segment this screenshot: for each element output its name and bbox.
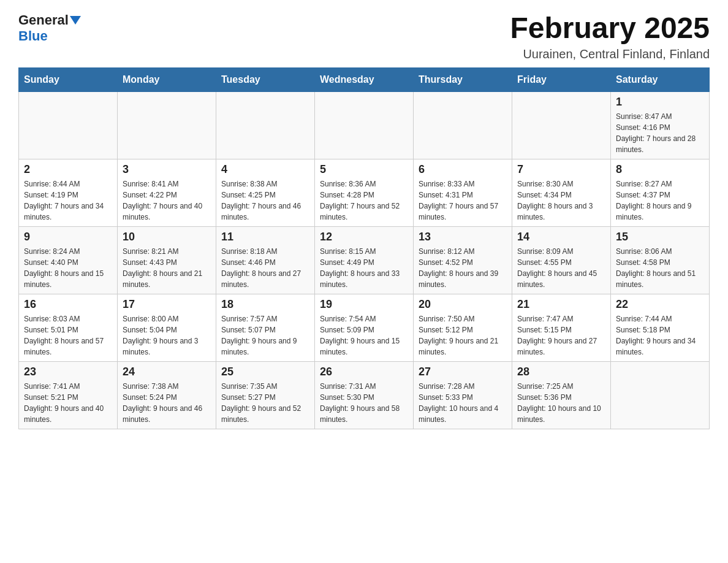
day-info: Sunrise: 8:30 AMSunset: 4:34 PMDaylight:… (517, 178, 605, 223)
day-number: 26 (320, 366, 408, 378)
day-info: Sunrise: 7:44 AMSunset: 5:18 PMDaylight:… (616, 313, 704, 358)
table-row: 5Sunrise: 8:36 AMSunset: 4:28 PMDaylight… (315, 159, 414, 226)
day-number: 8 (616, 163, 704, 176)
table-row: 15Sunrise: 8:06 AMSunset: 4:58 PMDayligh… (611, 226, 710, 294)
day-number: 1 (616, 96, 704, 109)
location-subtitle: Uurainen, Central Finland, Finland (510, 47, 710, 61)
day-info: Sunrise: 7:38 AMSunset: 5:24 PMDaylight:… (123, 381, 211, 425)
day-number: 12 (320, 231, 408, 243)
table-row: 17Sunrise: 8:00 AMSunset: 5:04 PMDayligh… (118, 294, 216, 361)
table-row: 6Sunrise: 8:33 AMSunset: 4:31 PMDaylight… (414, 159, 512, 226)
header-wednesday: Wednesday (315, 67, 414, 91)
day-info: Sunrise: 8:15 AMSunset: 4:49 PMDaylight:… (320, 246, 408, 290)
table-row: 19Sunrise: 7:54 AMSunset: 5:09 PMDayligh… (315, 294, 414, 361)
day-info: Sunrise: 7:41 AMSunset: 5:21 PMDaylight:… (24, 381, 112, 425)
day-number: 2 (24, 163, 112, 176)
day-info: Sunrise: 8:38 AMSunset: 4:25 PMDaylight:… (221, 178, 309, 223)
header-friday: Friday (512, 67, 611, 91)
day-number: 11 (221, 231, 309, 243)
day-number: 7 (517, 163, 605, 176)
day-info: Sunrise: 7:50 AMSunset: 5:12 PMDaylight:… (419, 313, 507, 358)
table-row (118, 91, 216, 159)
day-number: 25 (221, 366, 309, 378)
table-row: 11Sunrise: 8:18 AMSunset: 4:46 PMDayligh… (216, 226, 315, 294)
page-header: General Blue February 2025 Uurainen, Cen… (18, 12, 710, 61)
table-row: 26Sunrise: 7:31 AMSunset: 5:30 PMDayligh… (315, 361, 414, 429)
title-section: February 2025 Uurainen, Central Finland,… (510, 12, 710, 61)
day-info: Sunrise: 8:24 AMSunset: 4:40 PMDaylight:… (24, 246, 112, 290)
day-info: Sunrise: 7:25 AMSunset: 5:36 PMDaylight:… (517, 381, 605, 425)
day-info: Sunrise: 7:28 AMSunset: 5:33 PMDaylight:… (419, 381, 507, 425)
day-number: 28 (517, 366, 605, 378)
header-thursday: Thursday (414, 67, 512, 91)
day-number: 18 (221, 298, 309, 311)
table-row: 16Sunrise: 8:03 AMSunset: 5:01 PMDayligh… (19, 294, 118, 361)
day-number: 22 (616, 298, 704, 311)
weekday-header-row: Sunday Monday Tuesday Wednesday Thursday… (19, 67, 710, 91)
table-row: 24Sunrise: 7:38 AMSunset: 5:24 PMDayligh… (118, 361, 216, 429)
day-number: 19 (320, 298, 408, 311)
day-info: Sunrise: 8:00 AMSunset: 5:04 PMDaylight:… (123, 313, 211, 358)
day-number: 10 (123, 231, 211, 243)
table-row: 1Sunrise: 8:47 AMSunset: 4:16 PMDaylight… (611, 91, 710, 159)
table-row: 2Sunrise: 8:44 AMSunset: 4:19 PMDaylight… (19, 159, 118, 226)
day-number: 5 (320, 163, 408, 176)
table-row: 7Sunrise: 8:30 AMSunset: 4:34 PMDaylight… (512, 159, 611, 226)
day-number: 13 (419, 231, 507, 243)
header-monday: Monday (118, 67, 216, 91)
table-row: 12Sunrise: 8:15 AMSunset: 4:49 PMDayligh… (315, 226, 414, 294)
day-info: Sunrise: 8:36 AMSunset: 4:28 PMDaylight:… (320, 178, 408, 223)
day-number: 21 (517, 298, 605, 311)
day-number: 27 (419, 366, 507, 378)
day-number: 3 (123, 163, 211, 176)
table-row (19, 91, 118, 159)
day-info: Sunrise: 7:54 AMSunset: 5:09 PMDaylight:… (320, 313, 408, 358)
day-number: 15 (616, 231, 704, 243)
day-info: Sunrise: 7:31 AMSunset: 5:30 PMDaylight:… (320, 381, 408, 425)
day-number: 23 (24, 366, 112, 378)
day-info: Sunrise: 8:18 AMSunset: 4:46 PMDaylight:… (221, 246, 309, 290)
table-row: 10Sunrise: 8:21 AMSunset: 4:43 PMDayligh… (118, 226, 216, 294)
week-row-1: 1Sunrise: 8:47 AMSunset: 4:16 PMDaylight… (19, 91, 710, 159)
table-row: 22Sunrise: 7:44 AMSunset: 5:18 PMDayligh… (611, 294, 710, 361)
table-row (611, 361, 710, 429)
table-row: 18Sunrise: 7:57 AMSunset: 5:07 PMDayligh… (216, 294, 315, 361)
day-info: Sunrise: 8:41 AMSunset: 4:22 PMDaylight:… (123, 178, 211, 223)
table-row: 3Sunrise: 8:41 AMSunset: 4:22 PMDaylight… (118, 159, 216, 226)
day-info: Sunrise: 8:33 AMSunset: 4:31 PMDaylight:… (419, 178, 507, 223)
day-number: 6 (419, 163, 507, 176)
day-info: Sunrise: 7:35 AMSunset: 5:27 PMDaylight:… (221, 381, 309, 425)
day-info: Sunrise: 8:09 AMSunset: 4:55 PMDaylight:… (517, 246, 605, 290)
table-row: 28Sunrise: 7:25 AMSunset: 5:36 PMDayligh… (512, 361, 611, 429)
day-info: Sunrise: 8:44 AMSunset: 4:19 PMDaylight:… (24, 178, 112, 223)
header-saturday: Saturday (611, 67, 710, 91)
month-title: February 2025 (510, 12, 710, 45)
table-row: 9Sunrise: 8:24 AMSunset: 4:40 PMDaylight… (19, 226, 118, 294)
table-row (414, 91, 512, 159)
table-row: 25Sunrise: 7:35 AMSunset: 5:27 PMDayligh… (216, 361, 315, 429)
table-row: 14Sunrise: 8:09 AMSunset: 4:55 PMDayligh… (512, 226, 611, 294)
logo-general-text: General (18, 12, 69, 28)
week-row-3: 9Sunrise: 8:24 AMSunset: 4:40 PMDaylight… (19, 226, 710, 294)
table-row: 21Sunrise: 7:47 AMSunset: 5:15 PMDayligh… (512, 294, 611, 361)
table-row (216, 91, 315, 159)
logo-blue-text: Blue (18, 28, 48, 44)
day-number: 24 (123, 366, 211, 378)
day-number: 16 (24, 298, 112, 311)
week-row-4: 16Sunrise: 8:03 AMSunset: 5:01 PMDayligh… (19, 294, 710, 361)
day-number: 14 (517, 231, 605, 243)
day-number: 9 (24, 231, 112, 243)
table-row: 4Sunrise: 8:38 AMSunset: 4:25 PMDaylight… (216, 159, 315, 226)
logo-triangle-icon (70, 16, 81, 25)
day-info: Sunrise: 8:06 AMSunset: 4:58 PMDaylight:… (616, 246, 704, 290)
day-info: Sunrise: 8:27 AMSunset: 4:37 PMDaylight:… (616, 178, 704, 223)
week-row-2: 2Sunrise: 8:44 AMSunset: 4:19 PMDaylight… (19, 159, 710, 226)
day-info: Sunrise: 7:47 AMSunset: 5:15 PMDaylight:… (517, 313, 605, 358)
week-row-5: 23Sunrise: 7:41 AMSunset: 5:21 PMDayligh… (19, 361, 710, 429)
table-row: 20Sunrise: 7:50 AMSunset: 5:12 PMDayligh… (414, 294, 512, 361)
table-row: 13Sunrise: 8:12 AMSunset: 4:52 PMDayligh… (414, 226, 512, 294)
day-info: Sunrise: 8:12 AMSunset: 4:52 PMDaylight:… (419, 246, 507, 290)
day-info: Sunrise: 8:21 AMSunset: 4:43 PMDaylight:… (123, 246, 211, 290)
header-sunday: Sunday (19, 67, 118, 91)
table-row: 8Sunrise: 8:27 AMSunset: 4:37 PMDaylight… (611, 159, 710, 226)
